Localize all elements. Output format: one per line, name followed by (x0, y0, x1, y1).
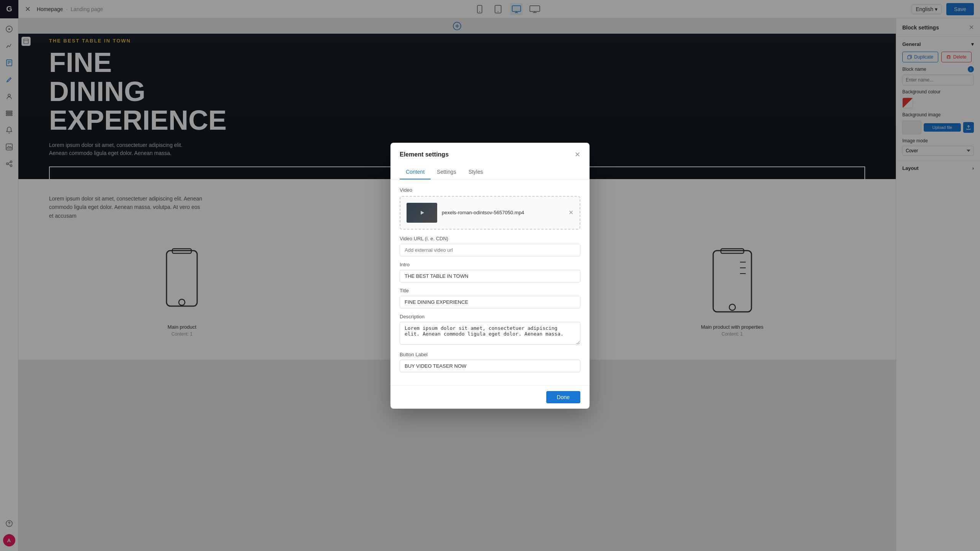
title-label: Title (400, 288, 580, 293)
video-label: Video (400, 187, 580, 193)
intro-group: Intro document.querySelector('[data-name… (400, 262, 580, 282)
modal-tabs: Content Settings Styles (390, 165, 590, 179)
tab-settings[interactable]: Settings (431, 165, 462, 179)
description-textarea[interactable]: Lorem ipsum dolor sit amet, consectetuer… (400, 322, 580, 345)
description-group: Description Lorem ipsum dolor sit amet, … (400, 314, 580, 346)
modal-overlay[interactable]: Element settings ✕ Content Settings Styl… (0, 0, 980, 551)
video-drop-area[interactable]: pexels-roman-odintsov-5657050.mp4 ✕ (400, 196, 580, 230)
modal-close-button[interactable]: ✕ (575, 150, 580, 159)
modal-body: Video pexels-roman-odintsov-5657050.mp4 … (390, 179, 590, 385)
tab-styles[interactable]: Styles (462, 165, 489, 179)
button-label-group: Button Label document.querySelector('[da… (400, 352, 580, 372)
done-button[interactable]: Done (546, 391, 580, 403)
modal-footer: Done (390, 385, 590, 409)
svg-marker-51 (421, 211, 424, 215)
video-filename: pexels-roman-odintsov-5657050.mp4 (442, 210, 568, 215)
intro-label: Intro (400, 262, 580, 267)
video-section: Video pexels-roman-odintsov-5657050.mp4 … (400, 187, 580, 230)
title-input[interactable] (400, 296, 580, 308)
modal-title: Element settings (400, 151, 449, 158)
button-label-label: Button Label (400, 352, 580, 357)
video-url-label: Video URL (i. e. CDN) (400, 236, 580, 241)
element-settings-modal: Element settings ✕ Content Settings Styl… (390, 143, 590, 409)
modal-header: Element settings ✕ (390, 143, 590, 159)
video-url-input[interactable] (400, 244, 580, 256)
description-label: Description (400, 314, 580, 320)
video-remove-button[interactable]: ✕ (568, 209, 573, 216)
button-label-input[interactable] (400, 360, 580, 372)
tab-content[interactable]: Content (400, 165, 431, 179)
title-group: Title document.querySelector('[data-name… (400, 288, 580, 308)
video-url-group: Video URL (i. e. CDN) (400, 236, 580, 256)
video-thumbnail (407, 203, 437, 223)
intro-input[interactable] (400, 270, 580, 282)
